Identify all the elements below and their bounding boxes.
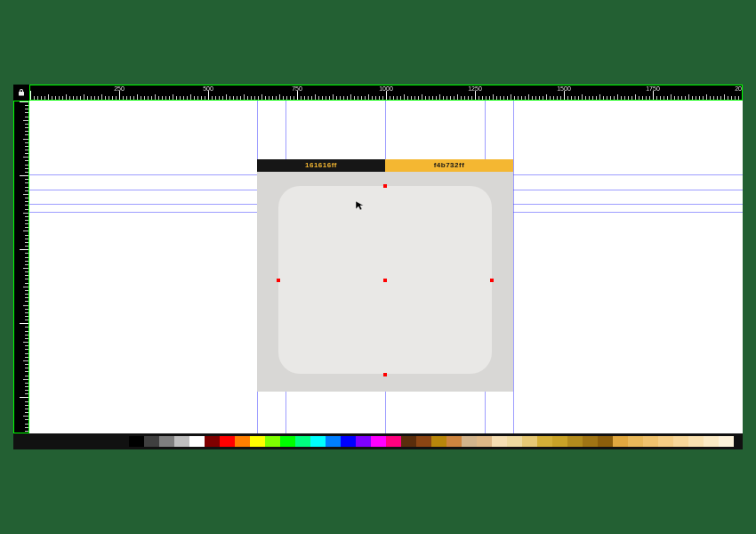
palette-swatch[interactable] <box>416 436 431 447</box>
palette-swatch[interactable] <box>613 436 628 447</box>
palette-swatch[interactable] <box>522 436 537 447</box>
ruler-h-label: 1750 <box>646 85 660 92</box>
palette-swatch[interactable] <box>220 436 235 447</box>
ruler-horizontal[interactable]: 25050075010001250150017502000 <box>29 85 743 101</box>
palette-swatch[interactable] <box>250 436 265 447</box>
palette-swatch[interactable] <box>628 436 643 447</box>
palette-swatch[interactable] <box>205 436 220 447</box>
palette-swatch[interactable] <box>189 436 205 447</box>
palette-swatch[interactable] <box>265 436 280 447</box>
swatch-label[interactable]: 161616ff <box>257 159 385 172</box>
palette-swatch[interactable] <box>673 436 688 447</box>
palette-swatch[interactable] <box>704 436 719 447</box>
palette-swatch[interactable] <box>341 436 356 447</box>
palette-swatch[interactable] <box>658 436 673 447</box>
ruler-vertical[interactable] <box>13 101 29 433</box>
palette-swatch[interactable] <box>583 436 598 447</box>
palette-swatch[interactable] <box>688 436 704 447</box>
guide-vertical[interactable] <box>513 101 514 433</box>
palette-swatch[interactable] <box>598 436 613 447</box>
app-window: 25050075010001250150017502000 161616fff4… <box>13 85 743 449</box>
palette-swatch[interactable] <box>537 436 552 447</box>
canvas[interactable]: 161616fff4b732ff <box>29 101 743 433</box>
swatch-row: 161616fff4b732ff <box>257 159 513 170</box>
palette-swatch[interactable] <box>567 436 583 447</box>
palette-swatch[interactable] <box>235 436 250 447</box>
palette-swatch[interactable] <box>492 436 507 447</box>
palette-swatch[interactable] <box>552 436 567 447</box>
status-bar <box>13 433 743 449</box>
ruler-h-label: 500 <box>203 85 213 92</box>
ruler-h-label: 1250 <box>468 85 482 92</box>
palette-swatch[interactable] <box>401 436 416 447</box>
palette-swatch[interactable] <box>507 436 522 447</box>
palette-swatch[interactable] <box>174 436 189 447</box>
ruler-h-label: 2000 <box>735 85 743 92</box>
artwork-inner-rect[interactable] <box>278 186 492 375</box>
ruler-h-label: 750 <box>292 85 302 92</box>
ruler-h-label: 1000 <box>379 85 393 92</box>
palette-swatch[interactable] <box>280 436 295 447</box>
palette-swatch[interactable] <box>719 436 734 447</box>
swatch-label[interactable]: f4b732ff <box>385 159 513 172</box>
palette-swatch[interactable] <box>386 436 401 447</box>
palette-swatch[interactable] <box>643 436 658 447</box>
palette-swatch[interactable] <box>431 436 446 447</box>
palette-swatch[interactable] <box>326 436 341 447</box>
ruler-h-label: 1500 <box>557 85 571 92</box>
palette-swatch[interactable] <box>129 436 144 447</box>
palette-swatch[interactable] <box>477 436 492 447</box>
palette-swatch[interactable] <box>462 436 477 447</box>
palette-swatch[interactable] <box>159 436 174 447</box>
ruler-lock-icon[interactable] <box>13 85 29 101</box>
palette-swatch[interactable] <box>356 436 371 447</box>
palette-swatch[interactable] <box>295 436 310 447</box>
palette-swatch[interactable] <box>310 436 326 447</box>
color-palette[interactable] <box>129 436 734 447</box>
canvas-viewport[interactable]: 161616fff4b732ff <box>29 101 743 433</box>
palette-swatch[interactable] <box>446 436 462 447</box>
ruler-h-label: 250 <box>114 85 125 92</box>
palette-swatch[interactable] <box>144 436 159 447</box>
palette-swatch[interactable] <box>371 436 386 447</box>
